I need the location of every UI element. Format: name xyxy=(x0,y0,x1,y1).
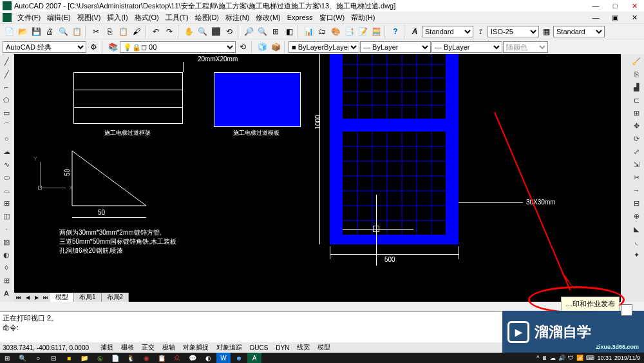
tray-date[interactable]: 2019/11/9 xyxy=(614,355,640,361)
polygon-icon[interactable]: ⬠ xyxy=(0,94,13,106)
menu-express[interactable]: Express xyxy=(284,14,316,21)
block-icon[interactable]: 🧊 xyxy=(256,41,269,54)
system-tray[interactable]: ^ 🖥 ☁ 🔊 🛡 📶 ⌨ 10:31 2019/11/9 xyxy=(536,355,644,361)
menu-edit[interactable]: 编辑(E) xyxy=(44,13,74,23)
match-icon[interactable]: 🖌 xyxy=(130,25,143,38)
line-icon[interactable]: ╱ xyxy=(0,55,13,67)
tray-ime-icon[interactable]: ⌨ xyxy=(586,355,594,361)
xline-icon[interactable]: ╱ xyxy=(0,68,13,80)
wps-icon[interactable]: W xyxy=(216,353,231,363)
zoom-in-icon[interactable]: 🔎 xyxy=(242,25,255,38)
help-icon[interactable]: ? xyxy=(389,25,402,38)
explode-icon[interactable]: ✦ xyxy=(630,249,643,260)
minimize-button[interactable]: — xyxy=(586,0,605,12)
tab-prev-icon[interactable]: ◀ xyxy=(23,293,32,302)
tab-last-icon[interactable]: ⏭ xyxy=(41,293,50,302)
tray-cloud-icon[interactable]: ☁ xyxy=(550,355,556,361)
new-icon[interactable]: 📄 xyxy=(3,25,15,38)
array-icon[interactable]: ⊞ xyxy=(630,107,643,119)
textstyle-select[interactable]: Standard xyxy=(422,26,473,37)
calc-icon[interactable]: 🧮 xyxy=(370,25,383,38)
qq-icon[interactable]: 🐧 xyxy=(124,353,138,363)
menu-modify[interactable]: 修改(M) xyxy=(252,13,284,23)
tray-network-icon[interactable]: 📶 xyxy=(576,355,583,361)
ortho-toggle[interactable]: 正交 xyxy=(139,343,157,352)
point-icon[interactable]: · xyxy=(0,223,13,235)
erase-icon[interactable]: 🧹 xyxy=(630,55,643,67)
undo-icon[interactable]: ↶ xyxy=(149,25,162,38)
revcloud-icon[interactable]: ☁ xyxy=(0,146,13,157)
close-button[interactable]: ✕ xyxy=(625,0,644,12)
drawing-canvas[interactable]: 20mmX20mm 施工电梯过道框架 施工电梯过道模板 Y X 50 50 两侧… xyxy=(14,54,621,302)
app1-icon[interactable]: ■ xyxy=(62,353,76,363)
tablestyle-icon[interactable]: ▦ xyxy=(540,25,553,38)
region-icon[interactable]: ◊ xyxy=(0,262,13,273)
extend-icon[interactable]: → xyxy=(630,184,643,196)
spline-icon[interactable]: ∿ xyxy=(0,159,13,170)
textstyle-icon[interactable]: A xyxy=(408,25,421,38)
fillet-icon[interactable]: ◟ xyxy=(630,236,643,248)
tablestyle-select[interactable]: Standard xyxy=(553,26,605,37)
preview-icon[interactable]: 🔍 xyxy=(57,25,70,38)
circle-icon[interactable]: ○ xyxy=(0,133,13,144)
doc-minimize-button[interactable]: — xyxy=(586,12,605,23)
menu-help[interactable]: 帮助(H) xyxy=(348,13,378,23)
copy2-icon[interactable]: ⎘ xyxy=(630,68,643,80)
cut-icon[interactable]: ✂ xyxy=(90,25,102,38)
search-icon[interactable]: 🔍 xyxy=(15,353,30,363)
print-icon[interactable]: 🖨 xyxy=(43,25,56,38)
menu-file[interactable]: 文件(F) xyxy=(14,13,44,23)
insert-icon[interactable]: 📦 xyxy=(269,41,282,54)
scale-icon[interactable]: ⤢ xyxy=(630,146,643,157)
cortana-icon[interactable]: ○ xyxy=(31,353,45,363)
sheetset-icon[interactable]: 📑 xyxy=(343,25,355,38)
workspace-select[interactable]: AutoCAD 经典 xyxy=(3,41,86,53)
dimstyle-icon[interactable]: ⟟ xyxy=(474,25,487,38)
zoom-ext-icon[interactable]: ⊞ xyxy=(269,25,282,38)
table-icon[interactable]: ⊞ xyxy=(0,275,13,286)
tray-sound-icon[interactable]: 🔊 xyxy=(558,355,565,361)
pan-icon[interactable]: ✋ xyxy=(182,25,195,38)
layer-props-icon[interactable]: 📚 xyxy=(106,41,119,54)
open-icon[interactable]: 📂 xyxy=(16,25,29,38)
app8-icon[interactable]: ☻ xyxy=(232,353,246,363)
publish-icon[interactable]: 📋 xyxy=(70,25,83,38)
redo-icon[interactable]: ↷ xyxy=(163,25,176,38)
dimstyle-select[interactable]: ISO-25 xyxy=(488,26,539,37)
polar-toggle[interactable]: 极轴 xyxy=(160,343,178,352)
tray-chevron-icon[interactable]: ^ xyxy=(536,355,539,361)
tab-layout2[interactable]: 布局2 xyxy=(102,293,129,302)
lineweight-select[interactable]: — ByLayer xyxy=(431,41,502,53)
toolpalette-icon[interactable]: 🎨 xyxy=(329,25,342,38)
layer-select[interactable]: 💡🔒◻ 00 xyxy=(120,41,236,53)
ellipsearc-icon[interactable]: ⌓ xyxy=(0,184,13,196)
chamfer-icon[interactable]: ◣ xyxy=(630,223,643,235)
props-icon[interactable]: 📊 xyxy=(302,25,315,38)
autocad-task-icon[interactable]: A xyxy=(247,353,261,363)
vertical-scrollbar[interactable] xyxy=(621,54,630,302)
tray-display-icon[interactable]: 🖥 xyxy=(542,355,547,361)
tab-next-icon[interactable]: ▶ xyxy=(32,293,41,302)
plot-notification[interactable]: …印和作业发布 xyxy=(561,297,620,311)
mirror-icon[interactable]: ▟ xyxy=(630,81,643,93)
menu-view[interactable]: 视图(V) xyxy=(74,13,104,23)
workspace-settings-icon[interactable]: ⚙ xyxy=(87,41,100,54)
zoom-all-icon[interactable]: ◧ xyxy=(283,25,296,38)
tab-model[interactable]: 模型 xyxy=(50,293,74,302)
app4-icon[interactable]: ◉ xyxy=(139,353,153,363)
stretch-icon[interactable]: ⇲ xyxy=(630,159,643,170)
menu-window[interactable]: 窗口(W) xyxy=(316,13,348,23)
zoom-out-icon[interactable]: 🔍 xyxy=(256,25,269,38)
lwt-toggle[interactable]: 线宽 xyxy=(294,343,312,352)
doc-close-button[interactable]: ✕ xyxy=(625,12,644,23)
menu-format[interactable]: 格式(O) xyxy=(131,13,162,23)
taskview-icon[interactable]: ⊟ xyxy=(46,353,61,363)
rotate-icon[interactable]: ⟳ xyxy=(630,133,643,144)
start-button[interactable]: ⊞ xyxy=(0,353,14,363)
menu-tools[interactable]: 工具(T) xyxy=(162,13,192,23)
grid-toggle[interactable]: 栅格 xyxy=(118,343,137,352)
makeblock-icon[interactable]: ◫ xyxy=(0,210,13,222)
join-icon[interactable]: ⊕ xyxy=(630,210,643,222)
dyn-toggle[interactable]: DYN xyxy=(273,344,292,351)
pline-icon[interactable]: ⌐ xyxy=(0,81,13,93)
